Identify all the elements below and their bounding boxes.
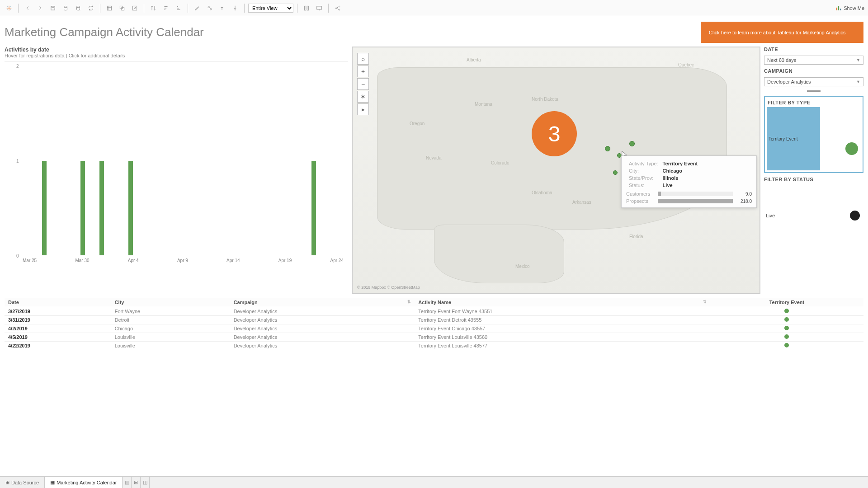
bar[interactable] [80,161,85,256]
new-worksheet-icon[interactable] [104,3,115,14]
table-header[interactable]: City [111,298,230,307]
new-data-icon[interactable] [60,3,71,14]
bar[interactable] [99,161,104,256]
cell-type [710,324,863,333]
new-dashboard-tab-icon[interactable]: ⊞ [132,477,141,488]
duplicate-icon[interactable] [117,3,127,14]
cell-activity: Territory Event Fort Wayne 43551 [415,307,710,316]
save-icon[interactable] [47,3,58,14]
swap-icon[interactable] [148,3,159,14]
map-reset-icon[interactable]: ✶ [357,91,369,103]
tooltip-value: Illinois [661,175,699,181]
svg-rect-9 [107,6,111,10]
table-row[interactable]: 3/27/2019Fort WayneDeveloper AnalyticsTe… [5,307,863,316]
pin-icon[interactable] [230,3,241,14]
back-icon[interactable] [22,3,33,14]
tooltip-value: Territory Event [661,160,699,167]
territory-event-dot-icon [784,343,789,347]
svg-point-26 [335,7,336,8]
table-header[interactable]: Territory Event [710,298,863,307]
tooltip-label: State/Prov: [627,175,660,181]
table-header[interactable]: Campaign⇅ [230,298,415,307]
highlight-icon[interactable] [192,3,203,14]
x-tick: Apr 4 [128,258,139,269]
map-controls: ⌕ + − ✶ ▸ [357,53,369,115]
table-header[interactable]: Date [5,298,111,307]
sort-asc-icon[interactable] [160,3,171,14]
svg-rect-33 [840,9,841,10]
cell-city: Louisville [111,342,230,350]
map-search-icon[interactable]: ⌕ [357,53,369,65]
filter-status-value: Live [766,213,775,218]
filter-campaign-select[interactable]: Developer Analytics ▼ [764,77,863,86]
bar[interactable] [42,161,47,256]
cell-city: Detroit [111,316,230,324]
map-panel[interactable]: ⌕ + − ✶ ▸ Alberta Montana North Dakota O… [352,47,760,294]
table-row[interactable]: 4/22/2019LouisvilleDeveloper AnalyticsTe… [5,342,863,350]
filter-date-label: DATE [764,47,863,52]
sort-icon[interactable]: ⇅ [703,300,707,304]
header-row: Marketing Campaign Activity Calendar Cli… [5,22,863,43]
cell-type [710,307,863,316]
filter-type-box[interactable]: FILTER BY TYPE Territory Event [764,96,863,173]
cell-activity: Territory Event Louisville 43560 [415,333,710,342]
auto-update-icon[interactable] [73,3,84,14]
svg-rect-22 [304,6,306,10]
drag-handle-icon[interactable] [807,90,821,92]
tooltip-mini-bar [658,192,733,196]
map-zoom-out-icon[interactable]: − [357,78,369,90]
tooltip-label: Activity Type: [627,160,660,167]
new-worksheet-tab-icon[interactable]: ▥ [123,477,132,488]
filter-campaign-label: CAMPAIGN [764,68,863,74]
tooltip-label: Status: [627,182,660,188]
sort-desc-icon[interactable] [173,3,184,14]
map-zoom-in-icon[interactable]: + [357,66,369,77]
bar-chart[interactable]: Mar 25Mar 30Apr 4Apr 9Apr 14Apr 19Apr 24… [5,61,348,269]
tableau-logo-icon[interactable] [4,3,14,14]
show-me-label: Show Me [844,5,864,11]
show-cards-icon[interactable] [301,3,312,14]
table-row[interactable]: 4/5/2019LouisvilleDeveloper AnalyticsTer… [5,333,863,342]
table-row[interactable]: 3/31/2019DetroitDeveloper AnalyticsTerri… [5,316,863,324]
svg-line-3 [10,6,10,7]
show-me-button[interactable]: Show Me [835,5,864,11]
new-story-tab-icon[interactable]: ◫ [141,477,150,488]
table-header[interactable]: Activity Name⇅ [415,298,710,307]
tooltip-value: Chicago [661,168,699,174]
tooltip-metric-value: 9.0 [736,192,752,197]
presentation-icon[interactable] [314,3,325,14]
svg-point-27 [339,6,340,7]
map-event-dot[interactable] [613,170,618,175]
forward-icon[interactable] [35,3,46,14]
cell-campaign: Developer Analytics [230,316,415,324]
table-row[interactable]: 4/2/2019ChicagoDeveloper AnalyticsTerrit… [5,324,863,333]
bar[interactable] [128,161,133,256]
cell-type [710,333,863,342]
activities-table: DateCityCampaign⇅Activity Name⇅Territory… [5,298,863,350]
map-cluster-circle[interactable]: 3 [532,111,577,156]
page-title: Marketing Campaign Activity Calendar [5,22,701,43]
group-icon[interactable] [204,3,215,14]
map-pan-icon[interactable]: ▸ [357,103,369,115]
filter-date-select[interactable]: Next 60 days ▼ [764,56,863,65]
bar[interactable] [311,161,316,256]
svg-rect-13 [122,7,124,10]
map-event-dot[interactable] [605,146,610,151]
cell-campaign: Developer Analytics [230,342,415,350]
map-event-dot[interactable] [629,141,635,146]
label-icon[interactable]: T [217,3,228,14]
cta-banner[interactable]: Click here to learn more about Tableau f… [701,22,863,43]
tooltip-value: Live [661,182,699,188]
filter-type-tile[interactable]: Territory Event [767,107,820,170]
share-icon[interactable] [332,3,343,14]
clear-icon[interactable] [129,3,140,14]
refresh-icon[interactable] [85,3,96,14]
territory-event-dot-icon [784,309,789,313]
x-tick: Apr 24 [330,258,344,269]
cell-type [710,316,863,324]
sort-icon[interactable]: ⇅ [407,300,411,304]
tab-dashboard[interactable]: ▦ Marketing Activity Calendar [45,477,123,488]
tab-data-source[interactable]: ⊞ Data Source [0,477,45,488]
fit-selector[interactable]: Entire View [248,4,293,13]
filter-status-box[interactable]: Live [764,186,863,240]
